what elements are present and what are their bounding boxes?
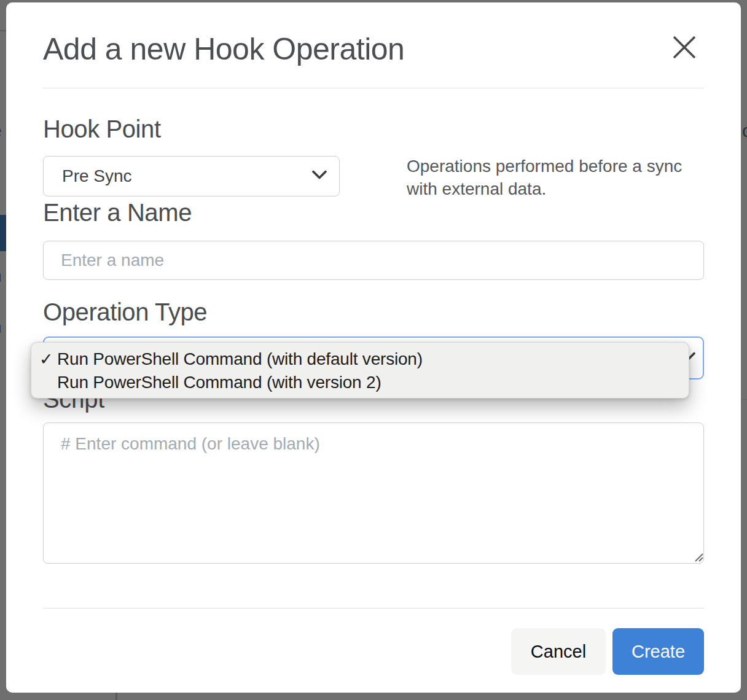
header-divider bbox=[43, 88, 704, 88]
script-textarea[interactable] bbox=[43, 422, 704, 564]
create-button[interactable]: Create bbox=[612, 628, 704, 675]
backdrop-text-fragment: c bbox=[742, 122, 747, 140]
close-icon bbox=[668, 31, 700, 65]
cancel-button[interactable]: Cancel bbox=[511, 628, 606, 675]
dropdown-option-label: Run PowerShell Command (with version 2) bbox=[57, 373, 381, 392]
footer-divider bbox=[43, 608, 704, 609]
backdrop-left-strip: e n n bbox=[0, 0, 6, 700]
add-hook-operation-modal: Add a new Hook Operation Hook Point Pre … bbox=[6, 2, 741, 693]
name-label: Enter a Name bbox=[43, 198, 192, 227]
backdrop-right-strip: c bbox=[741, 0, 747, 700]
operation-type-dropdown-menu: ✓ Run PowerShell Command (with default v… bbox=[31, 342, 689, 399]
backdrop-divider-fragment bbox=[741, 399, 747, 400]
hook-point-help-text: Operations performed before a sync with … bbox=[407, 155, 700, 200]
backdrop-divider-fragment bbox=[0, 30, 6, 31]
backdrop-text-fragment: e bbox=[0, 122, 2, 140]
checkmark-icon: ✓ bbox=[39, 349, 53, 369]
close-button[interactable] bbox=[667, 31, 702, 65]
backdrop-bottom-strip bbox=[0, 693, 747, 700]
operation-type-label: Operation Type bbox=[43, 297, 207, 327]
name-input[interactable] bbox=[43, 241, 704, 280]
backdrop-navy-block-fragment bbox=[0, 215, 6, 251]
modal-title: Add a new Hook Operation bbox=[43, 31, 404, 68]
dropdown-option-default-version[interactable]: ✓ Run PowerShell Command (with default v… bbox=[31, 348, 689, 371]
hook-point-select[interactable]: Pre Sync bbox=[43, 156, 340, 196]
hook-point-label: Hook Point bbox=[43, 114, 161, 144]
resize-handle-icon[interactable] bbox=[693, 551, 704, 565]
dropdown-option-label: Run PowerShell Command (with default ver… bbox=[57, 349, 423, 369]
chevron-down-icon bbox=[312, 171, 327, 182]
backdrop-text-fragment: n bbox=[0, 266, 2, 285]
dropdown-option-version-2[interactable]: Run PowerShell Command (with version 2) bbox=[31, 371, 689, 394]
backdrop-text-fragment: n bbox=[0, 317, 2, 336]
backdrop-tick-fragment bbox=[115, 693, 117, 700]
hook-point-selected-value: Pre Sync bbox=[62, 166, 132, 186]
